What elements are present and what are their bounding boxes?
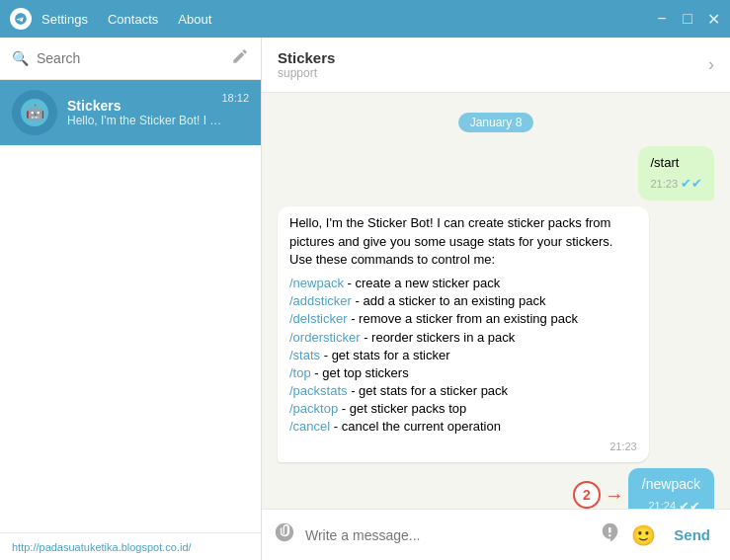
maximize-button[interactable]: □ bbox=[681, 12, 694, 26]
cmd-addsticker[interactable]: /addsticker bbox=[289, 293, 352, 308]
cmd-cancel[interactable]: /cancel bbox=[289, 419, 330, 434]
message-input[interactable] bbox=[305, 527, 590, 543]
svg-text:🤖: 🤖 bbox=[26, 103, 45, 121]
attach-icon[interactable] bbox=[274, 521, 295, 548]
msg-start-text: /start bbox=[650, 155, 679, 170]
chat-header: Stickers support › bbox=[262, 38, 730, 93]
double-check-newpack-icon: ✔✔ bbox=[679, 498, 700, 509]
messages-area: January 8 /start 21:23 ✔✔ Hello, I'm the… bbox=[262, 93, 730, 509]
close-button[interactable]: ✕ bbox=[706, 12, 720, 26]
msg-row-start: /start 21:23 ✔✔ bbox=[278, 146, 714, 200]
status-bar: http://padasuatuketika.blogspot.co.id/ bbox=[0, 532, 261, 560]
chat-area: Stickers support › January 8 /start 21:2… bbox=[262, 38, 730, 560]
bubble-newpack: /newpack 21:24 ✔✔ bbox=[628, 468, 714, 509]
chat-list-item-stickers[interactable]: 🤖 Stickers Hello, I'm the Sticker Bot! I… bbox=[0, 80, 261, 145]
search-bar: 🔍 bbox=[0, 38, 261, 80]
date-badge: January 8 bbox=[458, 113, 534, 132]
app-logo bbox=[10, 8, 32, 30]
app-body: 🔍 🤖 Stickers Hello, I'm the Sticker Bot!… bbox=[0, 38, 730, 560]
cmd-top[interactable]: /top bbox=[289, 365, 311, 380]
chat-header-chevron[interactable]: › bbox=[708, 54, 714, 75]
cmd-packtop[interactable]: /packtop bbox=[289, 401, 338, 416]
cmd-delsticker[interactable]: /delsticker bbox=[289, 311, 348, 326]
chat-header-status: support bbox=[278, 66, 335, 80]
bubble-start-time: 21:23 ✔✔ bbox=[650, 175, 702, 193]
step-circle: 2 bbox=[573, 481, 601, 509]
msg-newpack-text: /newpack bbox=[642, 476, 700, 492]
minimize-button[interactable]: − bbox=[655, 12, 669, 26]
bubble-newpack-time: 21:24 ✔✔ bbox=[642, 498, 700, 509]
status-url: http://padasuatuketika.blogspot.co.id/ bbox=[12, 541, 192, 553]
titlebar-nav: Settings Contacts About bbox=[41, 12, 211, 27]
bubble-bothelp-time: 21:23 bbox=[289, 440, 637, 454]
msg-row-bot-help: Hello, I'm the Sticker Bot! I can create… bbox=[278, 206, 714, 462]
chat-header-info: Stickers support bbox=[278, 49, 335, 80]
chat-time: 18:12 bbox=[221, 92, 249, 104]
window-controls: − □ ✕ bbox=[655, 12, 720, 26]
bubble-bot-help: Hello, I'm the Sticker Bot! I can create… bbox=[278, 206, 649, 462]
chat-info: Stickers Hello, I'm the Sticker Bot! I c… bbox=[67, 98, 221, 127]
bot-help-intro: Hello, I'm the Sticker Bot! I can create… bbox=[289, 214, 637, 269]
cmd-newpack[interactable]: /newpack bbox=[289, 276, 344, 290]
nav-contacts[interactable]: Contacts bbox=[108, 12, 158, 27]
cmd-stats[interactable]: /stats bbox=[289, 348, 320, 362]
nav-settings[interactable]: Settings bbox=[41, 12, 88, 27]
cmd-ordersticker[interactable]: /ordersticker bbox=[289, 330, 361, 345]
step-arrow: → bbox=[605, 484, 624, 507]
search-icon: 🔍 bbox=[12, 50, 29, 66]
chat-preview: Hello, I'm the Sticker Bot! I ca... bbox=[67, 114, 221, 127]
search-input[interactable] bbox=[37, 50, 223, 66]
send-button[interactable]: Send bbox=[666, 522, 718, 547]
chat-name: Stickers bbox=[67, 98, 221, 114]
chat-header-name: Stickers bbox=[278, 49, 335, 66]
sidebar: 🔍 🤖 Stickers Hello, I'm the Sticker Bot!… bbox=[0, 38, 262, 560]
nav-about[interactable]: About bbox=[178, 12, 211, 27]
bubble-start: /start 21:23 ✔✔ bbox=[638, 146, 714, 200]
step-row: 2 → /newpack 21:24 ✔✔ bbox=[278, 468, 714, 509]
cmd-packstats[interactable]: /packstats bbox=[289, 383, 348, 398]
input-area: 🙂 Send bbox=[262, 509, 730, 560]
titlebar: Settings Contacts About − □ ✕ bbox=[0, 0, 730, 38]
compose-button[interactable] bbox=[231, 47, 249, 69]
double-check-icon: ✔✔ bbox=[681, 175, 702, 193]
bot-commands-list: /newpack - create a new sticker pack /ad… bbox=[289, 275, 637, 437]
emoji-icon[interactable]: 🙂 bbox=[631, 523, 656, 547]
stickers-avatar: 🤖 bbox=[12, 90, 57, 135]
sticker-icon[interactable] bbox=[600, 521, 621, 548]
